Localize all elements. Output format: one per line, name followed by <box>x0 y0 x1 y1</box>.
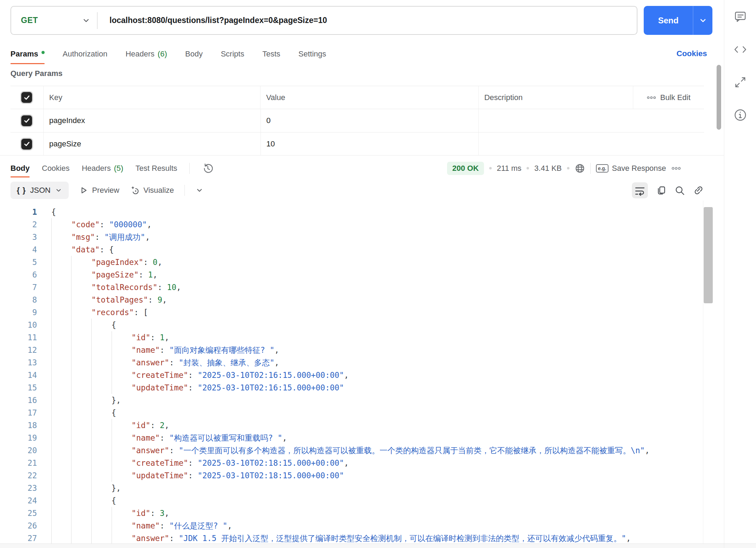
format-select[interactable]: { } JSON <box>10 182 69 199</box>
url-input[interactable]: localhost:8080/questions/list?pageIndex=… <box>98 16 327 25</box>
indent-guide <box>112 419 112 482</box>
send-options-chevron-icon[interactable] <box>693 6 712 35</box>
param-checkbox[interactable] <box>21 115 32 126</box>
code-line: 23}, <box>0 482 702 494</box>
response-time: 211 ms <box>497 164 522 173</box>
code-line: 13"answer": "封装、抽象、继承、多态", <box>0 356 702 369</box>
copy-button[interactable] <box>656 185 666 196</box>
code-line: 6"pageSize": 1, <box>0 268 702 281</box>
status-badge: 200 OK <box>447 162 484 175</box>
response-scrollbar[interactable] <box>704 207 713 303</box>
param-description-cell[interactable] <box>479 132 704 155</box>
code-line: 24{ <box>0 494 702 507</box>
code-line: 16}, <box>0 394 702 406</box>
network-globe-icon[interactable] <box>575 163 585 174</box>
line-number: 27 <box>0 532 37 543</box>
line-number: 25 <box>0 507 37 519</box>
comment-button[interactable] <box>733 9 748 24</box>
code-text: "id": 2, <box>51 419 169 432</box>
code-text: "code": "000000", <box>51 218 152 231</box>
line-number: 19 <box>0 432 37 444</box>
tab-settings[interactable]: Settings <box>298 44 326 64</box>
code-line: 12"name": "面向对象编程有哪些特征? ", <box>0 344 702 356</box>
line-number: 3 <box>0 231 37 243</box>
line-number: 5 <box>0 256 37 268</box>
method-select[interactable]: GET <box>11 7 97 34</box>
send-button[interactable]: Send <box>644 6 712 35</box>
code-text: "pageSize": 1, <box>51 268 158 281</box>
expand-button[interactable] <box>733 75 748 90</box>
code-line: 27"answer": "JDK 1.5 开始引入泛型，泛型提供了编译时类型安全… <box>0 532 702 543</box>
param-value-cell[interactable]: 10 <box>261 132 479 155</box>
param-value-cell[interactable]: 0 <box>261 109 479 132</box>
response-tab-body[interactable]: Body <box>10 159 30 177</box>
line-number: 23 <box>0 482 37 494</box>
response-body-json[interactable]: 1{2"code": "000000",3"msg": "调用成功",4"dat… <box>0 201 702 543</box>
code-text: { <box>51 406 116 419</box>
response-tab-headers[interactable]: Headers(5) <box>82 159 123 177</box>
response-tabs: BodyCookiesHeaders(5)Test Results <box>10 159 214 177</box>
line-number: 11 <box>0 331 37 344</box>
cookies-link[interactable]: Cookies <box>676 49 707 58</box>
divider <box>590 163 591 174</box>
tab-authorization[interactable]: Authorization <box>63 44 107 64</box>
response-size: 3.41 KB <box>534 164 561 173</box>
more-options-icon[interactable] <box>671 167 681 170</box>
tab-label: Cookies <box>42 164 69 173</box>
braces-icon: { } <box>17 186 26 195</box>
param-description-cell[interactable] <box>479 109 704 132</box>
tab-headers[interactable]: Headers(6) <box>126 44 167 64</box>
history-button[interactable] <box>202 162 214 174</box>
divider <box>184 185 185 196</box>
info-button[interactable] <box>733 107 748 123</box>
dot-separator <box>489 167 492 169</box>
link-button[interactable] <box>693 185 703 196</box>
visualize-label: Visualize <box>143 186 174 195</box>
code-text: "answer": "一个类里面可以有多个构造器，所以构造器可以被重载。一个类的… <box>51 444 650 457</box>
tab-params[interactable]: Params <box>10 44 45 64</box>
status-strip <box>0 544 756 548</box>
code-text: "updateTime": "2025-03-10T02:16:15.000+0… <box>51 381 344 394</box>
bulk-edit-button[interactable]: Bulk Edit <box>633 86 704 109</box>
code-line: 26"name": "什么是泛型? ", <box>0 519 702 532</box>
params-scrollbar[interactable] <box>717 65 721 130</box>
link-icon <box>693 185 703 196</box>
wrap-text-button[interactable] <box>632 182 648 198</box>
code-snippet-button[interactable] <box>733 42 748 57</box>
param-key-cell[interactable]: pageIndex <box>44 109 261 132</box>
code-text: "id": 1, <box>51 331 169 344</box>
code-text: "createTime": "2025-03-10T02:16:15.000+0… <box>51 369 349 381</box>
divider <box>189 163 190 174</box>
param-key-cell[interactable]: pageSize <box>44 132 261 155</box>
code-snippet-icon <box>733 42 748 57</box>
line-number: 20 <box>0 444 37 457</box>
code-text: "name": "构造器可以被重写和重载吗? ", <box>51 432 287 444</box>
tab-label: Test Results <box>136 164 177 173</box>
example-icon: e.g. <box>596 164 608 173</box>
code-text: }, <box>51 482 121 494</box>
code-text: { <box>51 206 56 218</box>
play-icon <box>79 186 88 195</box>
dot-separator <box>567 167 569 169</box>
param-checkbox[interactable] <box>21 139 32 150</box>
search-button[interactable] <box>674 185 685 196</box>
body-viewer-toolbar: { } JSON Preview Visualize <box>10 182 204 199</box>
response-tab-test-results[interactable]: Test Results <box>136 159 177 177</box>
save-response-button[interactable]: e.g. Save Response <box>596 164 666 173</box>
chevron-down-icon[interactable] <box>195 186 204 195</box>
code-text: }, <box>51 394 121 406</box>
tab-scripts[interactable]: Scripts <box>221 44 244 64</box>
tab-label: Body <box>10 164 30 173</box>
code-text: "name": "面向对象编程有哪些特征? ", <box>51 344 279 356</box>
select-all-checkbox[interactable] <box>21 92 32 103</box>
code-text: { <box>51 494 116 507</box>
line-number: 17 <box>0 406 37 419</box>
api-client-window: GET localhost:8080/questions/list?pageIn… <box>0 0 756 548</box>
visualize-button[interactable]: Visualize <box>130 185 174 195</box>
preview-button[interactable]: Preview <box>79 186 119 195</box>
indent-guide <box>71 256 71 543</box>
response-tab-cookies[interactable]: Cookies <box>42 159 69 177</box>
line-number: 12 <box>0 344 37 356</box>
tab-body[interactable]: Body <box>185 44 203 64</box>
tab-tests[interactable]: Tests <box>262 44 280 64</box>
